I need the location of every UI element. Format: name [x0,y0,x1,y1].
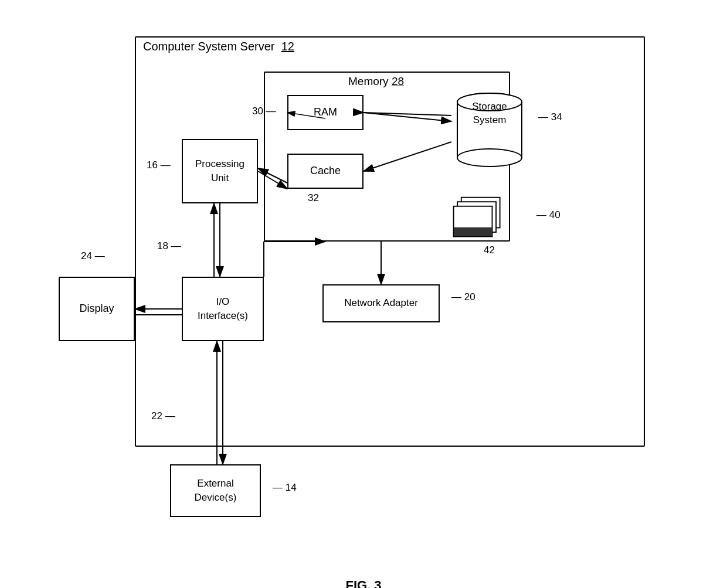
memory-num: 28 [392,75,404,87]
ref-34: — 34 [538,111,562,123]
ref-22: 22 — [151,410,175,422]
pages-stack-icon [449,195,507,242]
server-title-num: 12 [281,40,294,53]
display-box: Display [59,277,135,341]
ref-24: 24 — [81,250,105,262]
diagram-container: Computer System Server 12 Memory 28 RAM … [41,19,686,570]
memory-label: Memory 28 [346,75,406,88]
cache-box: Cache [287,154,364,189]
external-device-box: ExternalDevice(s) [170,464,261,517]
svg-rect-9 [454,227,492,236]
cache-label: Cache [310,165,341,177]
memory-label-text: Memory [348,75,389,87]
ref-42: 42 [484,244,495,256]
figure-label: FIG. 3 [41,578,686,589]
io-interface-box: I/OInterface(s) [182,277,264,341]
ref-16: 16 — [147,159,171,171]
server-label: Computer System Server 12 [141,40,297,53]
ram-box: RAM [287,95,364,130]
ram-label: RAM [314,106,337,118]
io-label: I/OInterface(s) [198,295,248,323]
ref-30: 30 — [252,106,276,117]
svg-point-5 [457,93,522,111]
storage-cylinder [451,89,528,171]
processing-label: ProcessingUnit [195,157,244,185]
processing-unit-box: ProcessingUnit [182,139,258,203]
network-adapter-box: Network Adapter [322,284,440,322]
ref-40: — 40 [536,209,560,221]
ref-32: 32 [308,192,319,204]
display-label: Display [79,303,114,315]
svg-point-4 [457,149,522,166]
ref-18: 18 — [157,240,181,252]
external-label: ExternalDevice(s) [195,477,237,505]
network-label: Network Adapter [344,297,418,309]
server-title-text: Computer System Server [143,40,275,53]
ref-14: — 14 [273,482,297,494]
ref-20: — 20 [451,291,475,303]
fig-label-text: FIG. 3 [345,578,381,589]
